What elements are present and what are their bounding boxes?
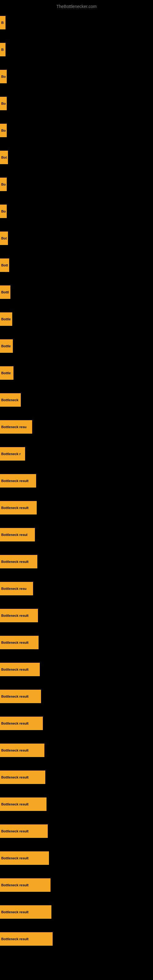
bar-row-31: Bottleneck result bbox=[0, 818, 153, 845]
bar-label-19: Bottleneck result bbox=[1, 506, 29, 510]
bar-label-20: Bottleneck resul bbox=[1, 533, 27, 536]
bar-row-17: Bottleneck r bbox=[0, 441, 153, 467]
bar-8: Bo bbox=[0, 205, 7, 218]
bar-32: Bottleneck result bbox=[0, 851, 49, 865]
bar-28: Bottleneck result bbox=[0, 744, 45, 757]
bar-row-1: B bbox=[0, 9, 153, 36]
bar-label-25: Bottleneck result bbox=[1, 668, 29, 671]
bar-26: Bottleneck result bbox=[0, 690, 41, 703]
bar-row-7: Bo bbox=[0, 171, 153, 198]
bar-label-33: Bottleneck result bbox=[1, 883, 29, 887]
bar-22: Bottleneck resu bbox=[0, 582, 33, 595]
bar-30: Bottleneck result bbox=[0, 797, 46, 811]
bar-35: Bottleneck result bbox=[0, 932, 53, 946]
bar-12: Bottle bbox=[0, 312, 12, 326]
bar-19: Bottleneck result bbox=[0, 501, 37, 514]
bar-row-14: Bottle bbox=[0, 360, 153, 387]
bars-container: BBBoBoBoBotBoBoBotBottBottlBottleBottleB… bbox=[0, 9, 153, 953]
bar-row-9: Bot bbox=[0, 225, 153, 252]
bar-row-4: Bo bbox=[0, 90, 153, 117]
bar-7: Bo bbox=[0, 178, 7, 191]
bar-row-32: Bottleneck result bbox=[0, 845, 153, 872]
bar-row-11: Bottl bbox=[0, 279, 153, 305]
bar-label-10: Bott bbox=[1, 263, 8, 267]
bar-row-26: Bottleneck result bbox=[0, 683, 153, 710]
bar-row-6: Bot bbox=[0, 144, 153, 171]
bar-row-30: Bottleneck result bbox=[0, 791, 153, 818]
bar-label-6: Bot bbox=[1, 156, 7, 159]
bar-6: Bot bbox=[0, 151, 8, 164]
bar-13: Bottle bbox=[0, 339, 13, 353]
bar-label-7: Bo bbox=[1, 183, 6, 186]
bar-row-16: Bottleneck resu bbox=[0, 414, 153, 441]
bar-label-16: Bottleneck resu bbox=[1, 425, 27, 429]
bar-row-21: Bottleneck result bbox=[0, 548, 153, 575]
bar-10: Bott bbox=[0, 258, 9, 272]
bar-row-13: Bottle bbox=[0, 332, 153, 360]
bar-31: Bottleneck result bbox=[0, 824, 48, 838]
bar-label-14: Bottle bbox=[1, 371, 11, 375]
bar-label-15: Bottleneck bbox=[1, 398, 18, 402]
bar-2: B bbox=[0, 43, 5, 56]
bar-row-24: Bottleneck result bbox=[0, 629, 153, 656]
bar-29: Bottleneck result bbox=[0, 770, 45, 784]
bar-row-27: Bottleneck result bbox=[0, 710, 153, 737]
bar-5: Bo bbox=[0, 124, 7, 137]
bar-label-18: Bottleneck result bbox=[1, 479, 29, 483]
bar-row-19: Bottleneck result bbox=[0, 494, 153, 521]
bar-3: Bo bbox=[0, 70, 7, 83]
bar-25: Bottleneck result bbox=[0, 663, 40, 676]
bar-row-3: Bo bbox=[0, 63, 153, 90]
bar-label-1: B bbox=[1, 21, 4, 24]
bar-row-10: Bott bbox=[0, 252, 153, 279]
bar-21: Bottleneck result bbox=[0, 555, 37, 568]
bar-row-34: Bottleneck result bbox=[0, 899, 153, 926]
bar-label-3: Bo bbox=[1, 75, 6, 78]
bar-4: Bo bbox=[0, 97, 7, 110]
bar-23: Bottleneck result bbox=[0, 609, 38, 622]
bar-18: Bottleneck result bbox=[0, 474, 36, 488]
bar-label-23: Bottleneck result bbox=[1, 614, 29, 617]
bar-row-28: Bottleneck result bbox=[0, 737, 153, 764]
bar-row-23: Bottleneck result bbox=[0, 602, 153, 629]
bar-9: Bot bbox=[0, 232, 8, 245]
bar-label-32: Bottleneck result bbox=[1, 856, 29, 860]
bar-label-2: B bbox=[1, 48, 4, 51]
bar-1: B bbox=[0, 16, 5, 29]
bar-label-12: Bottle bbox=[1, 317, 11, 321]
bar-label-4: Bo bbox=[1, 102, 6, 105]
bar-16: Bottleneck resu bbox=[0, 420, 32, 434]
bar-row-12: Bottle bbox=[0, 305, 153, 332]
bar-label-9: Bot bbox=[1, 236, 7, 240]
bar-label-13: Bottle bbox=[1, 344, 11, 348]
bar-label-26: Bottleneck result bbox=[1, 695, 29, 698]
bar-label-30: Bottleneck result bbox=[1, 802, 29, 806]
bar-24: Bottleneck result bbox=[0, 636, 38, 649]
bar-row-5: Bo bbox=[0, 117, 153, 144]
bar-label-24: Bottleneck result bbox=[1, 641, 29, 644]
bar-row-33: Bottleneck result bbox=[0, 872, 153, 899]
bar-label-31: Bottleneck result bbox=[1, 829, 29, 833]
bar-label-35: Bottleneck result bbox=[1, 937, 29, 941]
bar-15: Bottleneck bbox=[0, 393, 21, 407]
bar-label-22: Bottleneck resu bbox=[1, 587, 27, 590]
bar-34: Bottleneck result bbox=[0, 905, 51, 919]
bar-row-20: Bottleneck resul bbox=[0, 521, 153, 548]
bar-label-27: Bottleneck result bbox=[1, 722, 29, 725]
bar-17: Bottleneck r bbox=[0, 447, 25, 461]
bar-row-22: Bottleneck resu bbox=[0, 575, 153, 602]
bar-27: Bottleneck result bbox=[0, 717, 43, 730]
bar-label-28: Bottleneck result bbox=[1, 748, 29, 752]
bar-row-8: Bo bbox=[0, 198, 153, 225]
bar-row-2: B bbox=[0, 36, 153, 63]
site-title: TheBottlenecker.com bbox=[0, 2, 153, 10]
bar-row-29: Bottleneck result bbox=[0, 764, 153, 791]
bar-label-17: Bottleneck r bbox=[1, 452, 21, 456]
bar-14: Bottle bbox=[0, 366, 13, 380]
bar-33: Bottleneck result bbox=[0, 878, 51, 892]
bar-label-34: Bottleneck result bbox=[1, 910, 29, 914]
bar-label-29: Bottleneck result bbox=[1, 775, 29, 779]
bar-label-21: Bottleneck result bbox=[1, 560, 29, 563]
bar-label-8: Bo bbox=[1, 210, 6, 213]
bar-row-15: Bottleneck bbox=[0, 387, 153, 414]
